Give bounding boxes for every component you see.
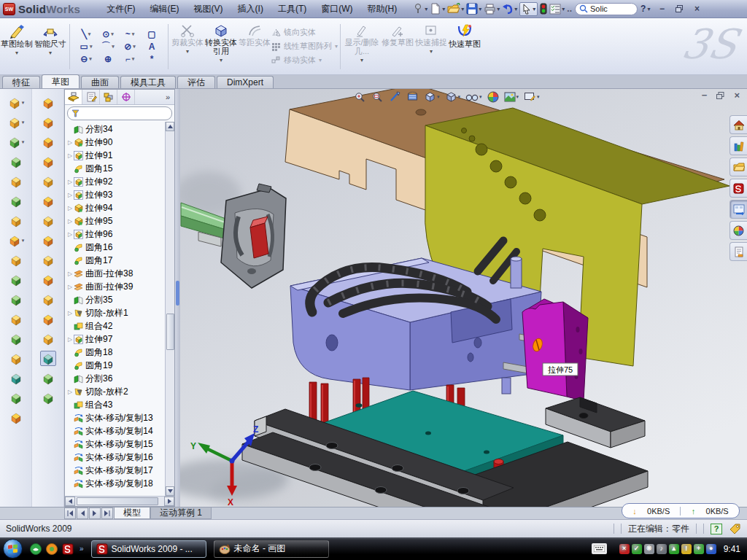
security-alert-icon[interactable]: × bbox=[619, 544, 630, 554]
tree-item[interactable]: 分割36 bbox=[65, 372, 165, 385]
tree-item[interactable]: 实体-移动/复制16 bbox=[65, 451, 165, 464]
solidworks-shortcut[interactable] bbox=[62, 543, 74, 555]
draft-analysis-button[interactable] bbox=[41, 114, 55, 130]
tree-item[interactable]: ▷ 拉伸96 bbox=[65, 228, 165, 241]
menu-3[interactable]: 插入(I) bbox=[231, 1, 271, 17]
expand-arrow-icon[interactable]: ▷ bbox=[66, 205, 74, 211]
expand-arrow-icon[interactable]: ▷ bbox=[66, 139, 74, 146]
tooling-split-button[interactable] bbox=[41, 213, 55, 228]
tree-item[interactable]: 圆角15 bbox=[65, 162, 165, 175]
mirror-button[interactable] bbox=[9, 351, 23, 366]
expand-arrow-icon[interactable]: ▷ bbox=[66, 310, 74, 316]
revolved-boss-button[interactable]: ▾ bbox=[7, 114, 25, 130]
tree-item[interactable]: 组合42 bbox=[65, 319, 165, 332]
expand-arrow-icon[interactable]: ▷ bbox=[66, 179, 74, 185]
sketch-entity-tool-10[interactable]: ⌐▾ bbox=[119, 52, 141, 65]
input-method-icon[interactable] bbox=[592, 543, 607, 554]
tree-item[interactable]: 组合43 bbox=[65, 398, 165, 411]
start-button[interactable] bbox=[3, 539, 23, 559]
tree-item[interactable]: ▷ 拉伸93 bbox=[65, 188, 165, 201]
options-button[interactable]: ▾ bbox=[549, 1, 565, 16]
sketch-entity-tool-4[interactable]: ▭▾ bbox=[75, 40, 97, 52]
minimize-button[interactable]: − bbox=[657, 4, 667, 14]
sketch-entity-tool-9[interactable]: ⊕ bbox=[97, 52, 119, 65]
splitter-handle[interactable] bbox=[176, 281, 179, 306]
sketch-entity-tool-3[interactable]: ▢ bbox=[141, 28, 163, 40]
cavity-button[interactable] bbox=[41, 252, 55, 268]
tree-item[interactable]: ▷ 切除-放样1 bbox=[65, 306, 165, 319]
shut-off-surface-button[interactable] bbox=[41, 174, 55, 189]
offset-entities-button[interactable]: 等距实体 bbox=[238, 20, 271, 73]
smart-dimension-button[interactable]: 智能尺寸▾ bbox=[34, 20, 67, 73]
move-entities-button[interactable]: 移动实体▾ bbox=[271, 55, 338, 66]
panel-tab-configuration-manager[interactable] bbox=[100, 90, 117, 104]
scroll-down-button[interactable] bbox=[166, 486, 174, 496]
tab-3[interactable]: 模具工具 bbox=[120, 76, 176, 88]
help-menu-caret[interactable]: ▾ bbox=[646, 1, 651, 16]
graphics-area[interactable]: Y Z X 拉伸75 ▾▾▾▾▾ − × bbox=[180, 89, 747, 507]
extruded-boss-button[interactable]: ▾ bbox=[7, 95, 25, 110]
insert-mold-button[interactable] bbox=[41, 272, 55, 287]
tree-item[interactable]: ▷ 拉伸97 bbox=[65, 332, 165, 346]
help-button[interactable]: ? bbox=[640, 1, 646, 16]
panel-tab-property-manager[interactable] bbox=[82, 90, 100, 104]
task-pane-tab-file-explorer[interactable] bbox=[729, 158, 747, 176]
task-pane-tab-solidworks-resources[interactable] bbox=[729, 115, 747, 134]
panel-tab-feature-manager[interactable] bbox=[65, 90, 82, 104]
knit-surface-button[interactable] bbox=[41, 370, 55, 386]
expand-arrow-icon[interactable]: ▷ bbox=[66, 336, 74, 343]
prev-model-tab-button[interactable] bbox=[77, 508, 88, 519]
tree-item[interactable]: ▷ 拉伸95 bbox=[65, 214, 165, 228]
next-model-tab-button[interactable] bbox=[89, 508, 101, 519]
hide-show-items-button[interactable]: ▾ bbox=[465, 92, 482, 102]
linear-pattern-button[interactable]: ▾ bbox=[7, 233, 25, 248]
menu-0[interactable]: 文件(F) bbox=[99, 1, 142, 17]
expand-arrow-icon[interactable]: ▷ bbox=[66, 389, 74, 395]
trim-entities-button[interactable]: 剪裁实体▾ bbox=[171, 20, 204, 73]
menu-6[interactable]: 帮助(H) bbox=[360, 1, 405, 17]
tree-item[interactable]: ▷ 拉伸92 bbox=[65, 175, 165, 188]
linear-sketch-pattern-button[interactable]: 线性草图阵列▾ bbox=[271, 41, 338, 52]
tag-icon[interactable] bbox=[729, 524, 741, 534]
doc-close-button[interactable]: × bbox=[734, 90, 740, 101]
zoom-fit-button[interactable] bbox=[354, 91, 366, 103]
tree-item[interactable]: 实体-移动/复制17 bbox=[65, 464, 165, 477]
sketch-entity-tool-1[interactable]: ⊙▾ bbox=[97, 28, 119, 40]
parting-line-button[interactable] bbox=[41, 154, 55, 169]
delete-face-button[interactable] bbox=[41, 390, 55, 405]
scale-button[interactable] bbox=[41, 292, 55, 307]
expand-arrow-icon[interactable]: ▷ bbox=[66, 271, 74, 277]
previous-view-button[interactable] bbox=[389, 91, 401, 103]
convert-entities-button[interactable]: 转换实体引用▾ bbox=[204, 20, 238, 73]
doc-restore-button[interactable] bbox=[716, 92, 724, 99]
revolved-cut-button[interactable] bbox=[9, 213, 23, 228]
lofted-boss-button[interactable] bbox=[9, 154, 23, 169]
rib-button[interactable] bbox=[9, 292, 23, 307]
core-button[interactable] bbox=[41, 233, 55, 248]
tree-item[interactable]: 实体-移动/复制13 bbox=[65, 411, 165, 424]
draft-button[interactable] bbox=[9, 311, 23, 327]
taskbar-button-1[interactable]: 未命名 - 画图 bbox=[214, 540, 329, 558]
split-line-button[interactable] bbox=[41, 95, 55, 110]
tab-2[interactable]: 曲面 bbox=[81, 76, 119, 88]
tree-item[interactable]: 实体-移动/复制18 bbox=[65, 477, 165, 490]
rebuild-button[interactable] bbox=[539, 1, 548, 16]
menu-5[interactable]: 窗口(W) bbox=[314, 1, 360, 17]
sketch-entity-tool-8[interactable]: ⊖▾ bbox=[75, 52, 97, 65]
volume-icon[interactable]: ♪ bbox=[657, 544, 667, 554]
fillet-button[interactable] bbox=[9, 252, 23, 268]
media-shortcut[interactable] bbox=[46, 543, 58, 555]
select-button[interactable]: ▾ bbox=[519, 2, 538, 16]
chamfer-button[interactable] bbox=[9, 272, 23, 287]
tab-0[interactable]: 特征 bbox=[2, 76, 40, 88]
messenger-shortcut[interactable] bbox=[30, 543, 42, 555]
edit-appearance-button[interactable] bbox=[487, 91, 499, 103]
zoom-area-button[interactable] bbox=[371, 91, 384, 103]
scroll-up-button[interactable] bbox=[166, 122, 174, 131]
tab-1[interactable]: 草图 bbox=[42, 74, 80, 88]
first-model-tab-button[interactable] bbox=[64, 508, 76, 519]
antivirus-icon[interactable]: ✓ bbox=[632, 544, 642, 554]
display-style-button[interactable]: ▾ bbox=[445, 91, 461, 103]
sketch-entity-tool-7[interactable]: A bbox=[141, 40, 163, 52]
task-pane-tab-custom-properties[interactable] bbox=[729, 242, 747, 261]
